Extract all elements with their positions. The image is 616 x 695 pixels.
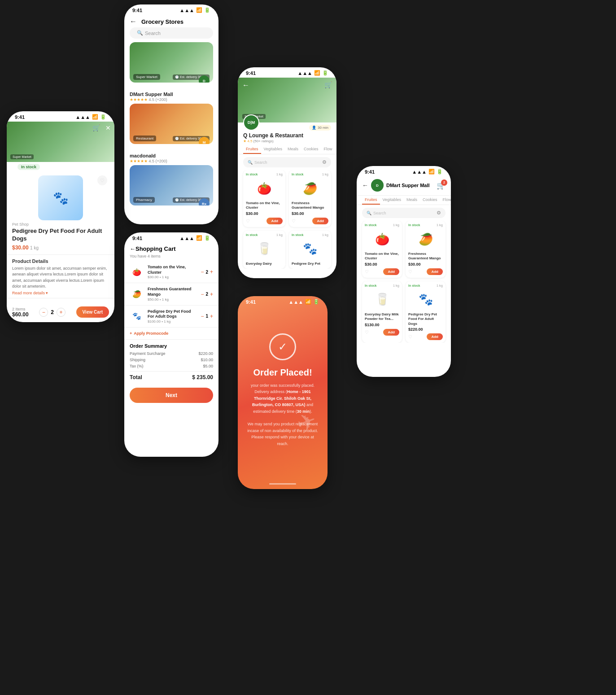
cart-qty-increase-1[interactable]: + bbox=[210, 269, 213, 275]
cart-qty-increase-2[interactable]: + bbox=[210, 291, 213, 297]
back-arrow-store[interactable]: ← bbox=[242, 81, 249, 89]
rating-value: 4.5 bbox=[247, 139, 252, 143]
p6-tomato-add-btn[interactable]: Add bbox=[383, 268, 399, 275]
phone6-product-dairy: In stock 1 kg 🥛 Everyday Dairy Milk Powd… bbox=[362, 281, 402, 343]
tomato-name: Tomato on the Vine, Cluster bbox=[246, 201, 283, 210]
p6-mango-name: Freshness Guaranteed Mango bbox=[408, 252, 443, 261]
cart-item-qty-2: − 2 + bbox=[201, 291, 213, 297]
tab-flow[interactable]: Flow bbox=[321, 145, 335, 154]
cart-item-qty-3: − 1 + bbox=[201, 313, 213, 319]
grocery-search[interactable]: 🔍 Search bbox=[130, 27, 213, 39]
p6-pedigree-actions: ♡ Add bbox=[408, 333, 443, 340]
tab-fruites[interactable]: Fruites bbox=[243, 145, 261, 154]
tomato-stock-row: In stock 1 kg bbox=[246, 173, 283, 176]
filter-icon-phone6[interactable]: ⚙ bbox=[437, 210, 441, 216]
signal-icon-2: ▲▲▲ bbox=[75, 114, 90, 120]
tomato-actions: ♡ Add bbox=[246, 218, 283, 224]
p6-mango-heart[interactable]: ♡ bbox=[408, 269, 412, 274]
product-search-bar[interactable]: 🔍 Search ⚙ bbox=[243, 157, 331, 167]
cart-item-name-1: Tomato on the Vine, Cluster bbox=[148, 265, 197, 275]
qty-decrease-btn[interactable]: − bbox=[39, 308, 48, 317]
product-image-area: 🐾 ♡ bbox=[7, 172, 114, 222]
tab-vegitables[interactable]: Vegitables bbox=[261, 145, 285, 154]
delivery-time-badge: 👤 30 min bbox=[309, 125, 331, 131]
p6-dairy-add-btn[interactable]: Add bbox=[383, 329, 399, 336]
tomato-heart-icon[interactable]: ♡ bbox=[246, 219, 250, 223]
payment-surcharge-label: Payment Surcharge bbox=[130, 351, 166, 356]
mango-heart-icon[interactable]: ♡ bbox=[292, 219, 296, 223]
star-icon: ★ bbox=[243, 139, 246, 143]
store-card-dmart[interactable]: Super Market 🕐 Est. delivery 30 min D bbox=[130, 42, 213, 83]
phone-shopping-cart: 9:41 ▲▲▲ 📶 🔋 ← Shopping Cart You have 4 … bbox=[124, 232, 218, 457]
status-bar-4: 9:41 ▲▲▲ 📶 🔋 bbox=[238, 67, 336, 78]
back-arrow-phone6[interactable]: ← bbox=[362, 182, 368, 189]
p6-dairy-weight: 1 kg bbox=[393, 284, 399, 287]
tomato-add-button[interactable]: Add bbox=[266, 218, 283, 224]
cart-icon-hero[interactable]: 🛒 bbox=[92, 124, 100, 131]
p6-pedigree-add-btn[interactable]: Add bbox=[427, 333, 443, 340]
apply-promo-row[interactable]: + Apply Promocode bbox=[124, 328, 218, 340]
view-cart-button[interactable]: View Cart bbox=[76, 306, 109, 318]
store-card-macdonald[interactable]: Restaurant 🕐 Est. delivery 30 min M bbox=[130, 104, 213, 144]
filter-icon[interactable]: ⚙ bbox=[322, 159, 327, 165]
cart-qty-num-3: 1 bbox=[205, 314, 208, 319]
phone6-tab-fruites[interactable]: Fruites bbox=[362, 196, 380, 205]
status-bar-2: 9:41 ▲▲▲ 📶 🔋 bbox=[7, 111, 114, 122]
cart-qty-decrease-1[interactable]: − bbox=[201, 269, 204, 275]
phone-dmart-products: 9:41 ▲▲▲ 📶 🔋 ← D DMart Supper Mall 🛒 2 F… bbox=[357, 166, 451, 377]
mango-add-button[interactable]: Add bbox=[312, 218, 328, 224]
qty-increase-btn[interactable]: + bbox=[57, 308, 66, 317]
p6-pedigree-heart[interactable]: ♡ bbox=[408, 334, 412, 339]
cart-qty-decrease-3[interactable]: − bbox=[201, 313, 204, 319]
items-count-label: You have 4 items bbox=[124, 254, 218, 261]
phone6-cart-icon[interactable]: 🛒 2 bbox=[437, 181, 446, 190]
cart-item-mango: 🥭 Freshness Guaranteed Mango $50.00 • 1 … bbox=[124, 283, 218, 305]
p6-pedigree-instock: In stock bbox=[408, 284, 420, 287]
cart-qty-num-1: 2 bbox=[205, 270, 208, 275]
cart-item-qty-1: − 2 + bbox=[201, 269, 213, 275]
phone6-tab-vegitables[interactable]: Vegitables bbox=[380, 196, 404, 205]
q-lounge-rating: ★ 4.5 (50+ ratings) bbox=[243, 139, 331, 143]
phone6-products-grid: In stock 1 kg 🍅 Tomato on the Vine, Clus… bbox=[357, 221, 451, 343]
wifi-icon-6: 📶 bbox=[428, 169, 435, 175]
product-price: $30.00 1 kg bbox=[7, 244, 114, 253]
wishlist-icon[interactable]: ♡ bbox=[97, 175, 107, 185]
tomato-price: $30.00 bbox=[246, 211, 283, 216]
p6-mango-add-btn[interactable]: Add bbox=[427, 268, 443, 275]
next-button[interactable]: Next bbox=[130, 388, 213, 403]
price-value: $30.00 bbox=[12, 245, 29, 251]
tab-meals[interactable]: Meals bbox=[285, 145, 301, 154]
p6-tomato-heart[interactable]: ♡ bbox=[365, 269, 369, 274]
phone6-tab-cookies[interactable]: Cookies bbox=[420, 196, 440, 205]
phone6-tab-meals[interactable]: Meals bbox=[404, 196, 420, 205]
store-card-pharmacy[interactable]: Pharmacy 🕐 Est. delivery 30 min Rx bbox=[130, 165, 213, 205]
phone6-tab-flow[interactable]: Flow bbox=[440, 196, 451, 205]
p6-dairy-heart[interactable]: ♡ bbox=[365, 330, 369, 335]
mango-image: 🥭 bbox=[292, 177, 328, 200]
cart-item-name-3: Pedigree Dry Pet Food For Adult Dogs bbox=[148, 309, 197, 319]
p6-dairy-instock: In stock bbox=[365, 284, 376, 287]
back-arrow-cart[interactable]: ← bbox=[130, 245, 135, 252]
cart-qty-num-2: 2 bbox=[205, 292, 208, 297]
status-bar-5: 9:41 ▲▲▲ 📶 🔋 bbox=[238, 296, 328, 306]
status-time-2: 9:41 bbox=[15, 114, 25, 120]
cart-item-price-1: $30.00 • 1 kg bbox=[148, 275, 197, 279]
details-heading: Product Details bbox=[7, 257, 114, 266]
tab-cookies[interactable]: Cookies bbox=[301, 145, 321, 154]
mango-price: $30.00 bbox=[292, 211, 328, 216]
in-stock-badge: In stock bbox=[17, 164, 40, 170]
mango-name: Freshness Guaranteed Mango bbox=[292, 201, 328, 210]
phone6-search-bar[interactable]: 🔍 Search ⚙ bbox=[362, 208, 446, 218]
read-more-link[interactable]: Read more details ▾ bbox=[7, 290, 114, 296]
cart-qty-decrease-2[interactable]: − bbox=[201, 291, 204, 297]
back-arrow-icon[interactable]: ← bbox=[130, 17, 137, 26]
p6-pedigree-stock: In stock 1 kg bbox=[408, 284, 443, 287]
status-icons-5: ▲▲▲ 📶 🔋 bbox=[288, 299, 319, 305]
cart-icon-store[interactable]: 🛒 bbox=[324, 81, 332, 88]
status-time-4: 9:41 bbox=[246, 70, 256, 76]
close-icon[interactable]: ✕ bbox=[105, 124, 111, 131]
wifi-icon: 📶 bbox=[196, 7, 202, 13]
store-type-badge-3: Pharmacy bbox=[133, 197, 155, 203]
cart-qty-increase-3[interactable]: + bbox=[210, 313, 213, 319]
search-input-area[interactable]: 🔍 Search bbox=[248, 160, 267, 165]
